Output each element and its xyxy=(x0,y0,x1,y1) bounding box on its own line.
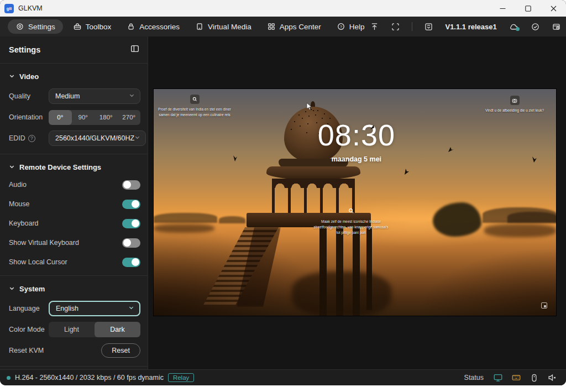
toggle-knob xyxy=(132,200,139,208)
stream-status-dot xyxy=(7,376,11,380)
tip-top-right[interactable]: Vindt u de afbeelding die u ziet leuk? xyxy=(481,96,548,113)
language-row: Language English xyxy=(9,301,140,316)
speaker-muted-icon[interactable] xyxy=(547,373,557,383)
reset-button[interactable]: Reset xyxy=(101,343,140,358)
horizon-trees-left xyxy=(219,216,245,223)
tip-center[interactable]: Maak zelf de meest iconische Indiase str… xyxy=(312,206,390,236)
orientation-90[interactable]: 90° xyxy=(72,110,95,125)
orientation-0[interactable]: 0° xyxy=(49,110,72,125)
pillar xyxy=(304,183,307,215)
keyboard-row: Keyboard xyxy=(9,218,140,229)
water-shadow-right xyxy=(415,248,556,316)
sidebar-title: Settings xyxy=(9,45,40,54)
audio-toggle[interactable] xyxy=(122,180,140,190)
stream-info: H.264 - 2560x1440 / 2032 kbps / 60 fps d… xyxy=(15,374,164,381)
color-mode-light[interactable]: Light xyxy=(49,322,95,337)
search-icon xyxy=(190,95,200,104)
chevron-down-icon xyxy=(9,72,15,81)
nav-toolbox-label: Toolbox xyxy=(86,23,112,31)
virtual-keyboard-toggle[interactable] xyxy=(122,238,140,248)
apps-grid-icon xyxy=(267,22,276,31)
main-navbar: Settings Toolbox Accessories Virtual Med… xyxy=(0,17,566,36)
nav-apps-center[interactable]: Apps Center xyxy=(261,19,327,34)
relay-badge: Relay xyxy=(168,373,194,382)
statusbar: H.264 - 2560x1440 / 2032 kbps / 60 fps d… xyxy=(0,369,566,385)
orientation-180[interactable]: 180° xyxy=(95,110,118,125)
check-circle-icon[interactable] xyxy=(531,22,540,32)
remote-screen[interactable]: 08:30 maandag 5 mei Proef de diversiteit… xyxy=(153,88,557,316)
edid-value: 2560x1440/GLKVM/60HZ xyxy=(55,134,134,142)
display-icon[interactable] xyxy=(493,373,503,383)
divider xyxy=(412,22,412,31)
local-cursor-label: Show Local Cursor xyxy=(9,258,122,266)
tablet-icon xyxy=(195,22,204,31)
section-remote-header[interactable]: Remote Device Settings xyxy=(9,154,140,179)
dome-birds xyxy=(313,110,314,111)
chevron-down-icon xyxy=(129,92,135,100)
edid-select[interactable]: 2560x1440/GLKVM/60HZ xyxy=(49,130,146,146)
reset-kvm-label: Reset KVM xyxy=(9,347,101,354)
search-icon xyxy=(348,206,354,216)
nav-toolbox[interactable]: Toolbox xyxy=(67,19,117,34)
pillar xyxy=(288,183,291,215)
update-icon[interactable] xyxy=(424,22,433,32)
lockscreen-clock: 08:30 xyxy=(318,118,395,152)
camera-icon xyxy=(510,96,520,105)
color-mode-dark[interactable]: Dark xyxy=(95,322,140,337)
close-button[interactable] xyxy=(541,0,566,17)
language-value: English xyxy=(56,305,78,312)
arches xyxy=(272,179,355,188)
chevron-down-icon xyxy=(9,163,15,171)
bird xyxy=(402,168,410,177)
tip-top-left[interactable]: Proef de diversiteit van India en stel e… xyxy=(157,95,232,118)
upload-icon[interactable] xyxy=(370,22,379,32)
settings-sidebar: Settings Video Quality Medium xyxy=(0,36,148,369)
nav-help[interactable]: ? Help xyxy=(331,19,370,34)
app-logo-icon: gli xyxy=(4,4,14,13)
edid-help-icon[interactable]: ? xyxy=(28,135,35,142)
toolbox-icon xyxy=(73,22,82,31)
nav-settings[interactable]: Settings xyxy=(8,19,63,34)
maximize-button[interactable] xyxy=(515,0,541,17)
language-select[interactable]: English xyxy=(49,301,140,316)
temple-eave xyxy=(266,166,360,180)
collapse-panel-icon[interactable] xyxy=(130,44,140,56)
mouse-toggle[interactable] xyxy=(122,200,140,209)
minimize-button[interactable] xyxy=(490,0,515,17)
nav-accessories-label: Accessories xyxy=(139,23,180,31)
lockscreen-date: maandag 5 mei xyxy=(332,155,381,163)
nav-virtual-media[interactable]: Virtual Media xyxy=(190,19,257,34)
section-remote-label: Remote Device Settings xyxy=(19,163,101,171)
version-label: V1.1.1 release1 xyxy=(445,23,496,31)
section-video-header[interactable]: Video xyxy=(9,64,140,88)
box-clock-icon[interactable] xyxy=(552,22,561,32)
orientation-270[interactable]: 270° xyxy=(118,110,141,125)
keyboard-icon[interactable] xyxy=(511,373,521,383)
section-system-header[interactable]: System xyxy=(9,276,140,301)
edid-row: EDID ? 2560x1440/GLKVM/60HZ xyxy=(9,130,140,146)
lockscreen-corner-icon[interactable] xyxy=(541,302,547,309)
virtual-keyboard-row: Show Virtual Keyboard xyxy=(9,237,140,248)
keyboard-toggle[interactable] xyxy=(122,219,140,228)
window-title: GLKVM xyxy=(18,4,43,12)
local-cursor-toggle[interactable] xyxy=(122,258,140,267)
cloud-icon[interactable] xyxy=(509,22,519,32)
toggle-knob xyxy=(132,219,139,227)
status-label: Status xyxy=(464,374,484,381)
fullscreen-icon[interactable] xyxy=(391,22,400,32)
bird xyxy=(447,145,455,155)
nav-accessories[interactable]: Accessories xyxy=(121,19,185,34)
mouse-icon[interactable] xyxy=(530,373,539,383)
tip-center-text: Maak zelf de meest iconische Indiase str… xyxy=(312,219,390,236)
section-remote-device: Remote Device Settings Audio Mouse Keybo… xyxy=(0,154,148,275)
color-mode-label: Color Mode xyxy=(9,326,49,333)
nav-settings-label: Settings xyxy=(28,23,55,31)
toggle-knob xyxy=(123,239,131,247)
gear-icon xyxy=(15,22,24,31)
mouse-row: Mouse xyxy=(9,198,140,210)
horizon-trees-far-right xyxy=(507,212,557,223)
quality-select[interactable]: Medium xyxy=(49,88,140,104)
chevron-down-icon xyxy=(128,305,134,312)
help-icon: ? xyxy=(337,22,345,31)
audio-label: Audio xyxy=(9,181,122,189)
